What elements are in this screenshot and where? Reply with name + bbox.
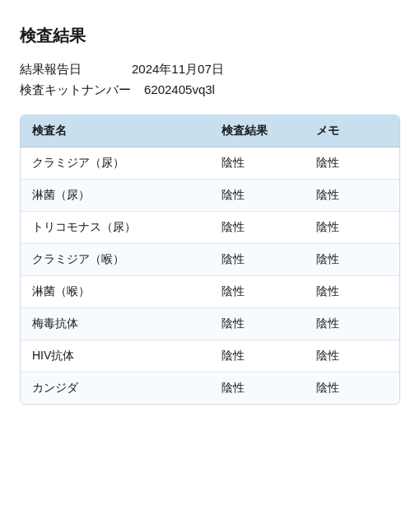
table-header-row: 検査名 検査結果 メモ xyxy=(21,115,399,148)
cell-test-memo: 陰性 xyxy=(305,180,399,212)
cell-test-name: 淋菌（尿） xyxy=(21,180,210,212)
cell-test-name: クラミジア（尿） xyxy=(21,148,210,180)
cell-test-result: 陰性 xyxy=(210,276,305,308)
kit-number-label: 検査キットナンバー xyxy=(20,82,131,98)
table-row: 梅毒抗体陰性陰性 xyxy=(21,308,399,340)
cell-test-memo: 陰性 xyxy=(305,148,399,180)
table-row: トリコモナス（尿）陰性陰性 xyxy=(21,212,399,244)
cell-test-name: トリコモナス（尿） xyxy=(21,212,210,244)
cell-test-result: 陰性 xyxy=(210,244,305,276)
cell-test-memo: 陰性 xyxy=(305,340,399,373)
cell-test-name: カンジダ xyxy=(21,373,210,405)
table-row: カンジダ陰性陰性 xyxy=(21,373,399,405)
col-header-name: 検査名 xyxy=(21,115,210,148)
cell-test-result: 陰性 xyxy=(210,212,305,244)
cell-test-name: クラミジア（喉） xyxy=(21,244,210,276)
cell-test-result: 陰性 xyxy=(210,373,305,405)
table-row: 淋菌（尿）陰性陰性 xyxy=(21,180,399,212)
report-date-row: 結果報告日 2024年11月07日 xyxy=(20,62,400,77)
cell-test-result: 陰性 xyxy=(210,148,305,180)
cell-test-memo: 陰性 xyxy=(305,276,399,308)
col-header-result: 検査結果 xyxy=(210,115,305,148)
table-row: クラミジア（尿）陰性陰性 xyxy=(21,148,399,180)
page-title: 検査結果 xyxy=(20,25,400,47)
kit-number-row: 検査キットナンバー 6202405vq3l xyxy=(20,82,400,98)
report-date-value: 2024年11月07日 xyxy=(132,62,224,77)
results-table: 検査名 検査結果 メモ クラミジア（尿）陰性陰性淋菌（尿）陰性陰性トリコモナス（… xyxy=(21,115,399,404)
cell-test-result: 陰性 xyxy=(210,180,305,212)
results-table-container: 検査名 検査結果 メモ クラミジア（尿）陰性陰性淋菌（尿）陰性陰性トリコモナス（… xyxy=(20,115,400,405)
cell-test-name: 梅毒抗体 xyxy=(21,308,210,340)
cell-test-result: 陰性 xyxy=(210,308,305,340)
cell-test-memo: 陰性 xyxy=(305,308,399,340)
cell-test-memo: 陰性 xyxy=(305,244,399,276)
table-row: クラミジア（喉）陰性陰性 xyxy=(21,244,399,276)
cell-test-name: 淋菌（喉） xyxy=(21,276,210,308)
report-date-label: 結果報告日 xyxy=(20,62,119,77)
col-header-memo: メモ xyxy=(305,115,399,148)
kit-number-value: 6202405vq3l xyxy=(144,82,215,96)
table-row: HIV抗体陰性陰性 xyxy=(21,340,399,373)
table-row: 淋菌（喉）陰性陰性 xyxy=(21,276,399,308)
cell-test-result: 陰性 xyxy=(210,340,305,373)
cell-test-name: HIV抗体 xyxy=(21,340,210,373)
cell-test-memo: 陰性 xyxy=(305,373,399,405)
cell-test-memo: 陰性 xyxy=(305,212,399,244)
